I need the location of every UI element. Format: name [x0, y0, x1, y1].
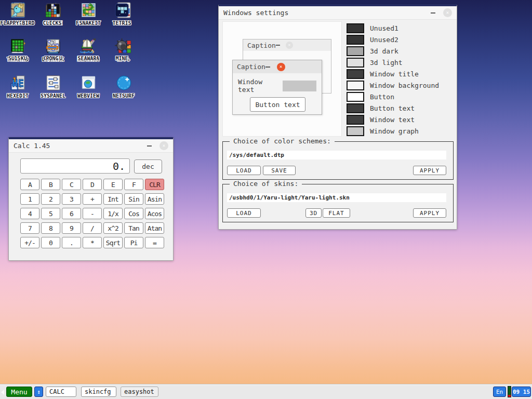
settings-titlebar[interactable]: Windows settings ✕	[219, 6, 457, 20]
color-item-label: Unused2	[370, 36, 398, 44]
color-item-row[interactable]: Window title	[347, 68, 439, 79]
calc-key-e[interactable]: E	[103, 179, 123, 190]
seawar-icon	[78, 37, 96, 54]
calc-key-asin[interactable]: Asin	[145, 193, 164, 205]
taskbar-hide-arrow-icon[interactable]	[1, 390, 4, 395]
calc-key-sqrt[interactable]: Sqrt	[103, 237, 123, 248]
calc-key-1/x[interactable]: 1/x	[103, 208, 123, 219]
language-indicator[interactable]: En	[493, 387, 506, 397]
calc-key-int[interactable]: Int	[103, 193, 123, 205]
color-item-label: Window background	[370, 82, 439, 89]
color-item-row[interactable]: Unused1	[347, 22, 439, 34]
color-item-row[interactable]: Button	[347, 91, 439, 102]
calc-key-a[interactable]: A	[20, 179, 39, 190]
calc-key-d[interactable]: D	[83, 179, 102, 190]
desktop-icon-label: WEBVIEW	[77, 93, 99, 99]
desktop-icon-hexedit[interactable]: HEHEXEDIT	[0, 73, 35, 109]
task-button-easyshot[interactable]: easyshot	[121, 387, 158, 397]
desktop-icon-seawar[interactable]: SEAWAR	[70, 35, 104, 71]
calc-key-=[interactable]: =	[145, 237, 164, 248]
calc-titlebar[interactable]: Calc 1.45 ✕	[9, 139, 173, 153]
color-item-row[interactable]: Button text	[347, 102, 439, 114]
color-swatch	[347, 69, 364, 79]
calc-key-tan[interactable]: Tan	[124, 222, 143, 234]
calc-key-4[interactable]: 4	[20, 208, 39, 219]
window-list-button[interactable]: ↕	[34, 387, 43, 397]
calc-key-+[interactable]: +	[83, 193, 102, 205]
calc-key-.[interactable]: .	[62, 237, 81, 248]
scheme-apply-button[interactable]: APPLY	[413, 166, 446, 175]
flappy-icon	[9, 2, 26, 19]
desktop-icon-snake[interactable]: SNAKE	[70, 0, 104, 35]
color-item-row[interactable]: Window background	[347, 79, 439, 91]
desktop-icon-mine[interactable]: MINE	[104, 35, 139, 71]
calc-key-pi[interactable]: Pi	[124, 237, 143, 248]
calc-key-clr[interactable]: CLR	[145, 179, 164, 190]
skin-3d-button[interactable]: 3D	[305, 208, 322, 218]
color-item-row[interactable]: Window graph	[347, 125, 439, 137]
calc-key-sin[interactable]: Sin	[124, 193, 143, 205]
desktop-icon-flappy[interactable]: FLAPPY-BIRD	[0, 0, 35, 35]
calc-key-0[interactable]: 0	[41, 237, 60, 248]
calc-key-cos[interactable]: Cos	[124, 208, 143, 219]
scheme-path-input[interactable]	[227, 151, 446, 159]
desktop-icon-label: SEAWAR	[77, 56, 96, 61]
calc-key-9[interactable]: 9	[62, 222, 81, 234]
desktop-icon-game15[interactable]: 15	[0, 35, 35, 71]
calc-key-1[interactable]: 1	[20, 193, 39, 205]
calc-key-7[interactable]: 7	[20, 222, 39, 234]
desktop-icon-webview[interactable]: WEBVIEW	[71, 73, 106, 109]
desktop-icon-syspanel[interactable]: SYSPANEL	[35, 73, 71, 109]
menu-button[interactable]: Menu	[6, 387, 32, 397]
cpu-usage-indicator[interactable]	[508, 386, 511, 397]
task-button-calc[interactable]: CALC	[46, 387, 76, 397]
desktop-icon-pong[interactable]: PONG	[35, 35, 70, 71]
desktop-icon-netsurf[interactable]: NETSURF	[106, 73, 141, 109]
scheme-load-button[interactable]: LOAD	[227, 166, 261, 175]
calc-key-atan[interactable]: Atan	[145, 222, 164, 234]
calc-mode-button[interactable]: dec	[134, 159, 162, 174]
color-item-row[interactable]: Window text	[347, 114, 439, 125]
preview-minimize-icon	[265, 66, 270, 68]
calc-key--[interactable]: -	[83, 208, 102, 219]
calc-key-x^2[interactable]: x^2	[103, 222, 123, 234]
calc-key-3[interactable]: 3	[62, 193, 81, 205]
skin-path-input[interactable]	[227, 193, 446, 202]
calc-display[interactable]: 0.	[20, 158, 130, 174]
color-schemes-group-title: Choice of color schemes:	[230, 137, 335, 145]
color-item-row[interactable]: 3d dark	[347, 45, 439, 57]
color-item-row[interactable]: 3d light	[347, 57, 439, 68]
minimize-button[interactable]	[431, 12, 435, 14]
calc-key-2[interactable]: 2	[41, 193, 60, 205]
color-item-label: Window text	[370, 116, 415, 124]
skin-flat-button[interactable]: FLAT	[323, 208, 350, 218]
clock[interactable]: 09 15	[512, 387, 531, 397]
desktop-icon-clicks[interactable]: CLICKS	[35, 0, 70, 35]
desktop-icon-label: FLAPPY-BIRD	[0, 20, 34, 26]
calc-key-f[interactable]: F	[124, 179, 143, 190]
calc-key-5[interactable]: 5	[41, 208, 60, 219]
snake-icon	[78, 2, 96, 19]
skin-apply-button[interactable]: APPLY	[413, 208, 446, 218]
color-schemes-group: Choice of color schemes: LOAD SAVE APPLY	[222, 141, 454, 180]
scheme-save-button[interactable]: SAVE	[263, 166, 296, 175]
task-button-skincfg[interactable]: skincfg	[81, 387, 116, 397]
calc-key-/[interactable]: /	[83, 222, 102, 234]
desktop-icon-label: SYSPANEL	[41, 93, 65, 99]
calc-key-*[interactable]: *	[83, 237, 102, 248]
close-icon[interactable]: ✕	[159, 141, 168, 150]
game15-icon	[9, 37, 26, 54]
color-item-row[interactable]: Unused2	[347, 34, 439, 45]
webview-icon	[80, 74, 97, 91]
netsurf-icon	[115, 74, 132, 91]
calc-key-c[interactable]: C	[62, 179, 81, 190]
skin-load-button[interactable]: LOAD	[227, 208, 261, 218]
calc-key-acos[interactable]: Acos	[145, 208, 164, 219]
calc-key-+/-[interactable]: +/-	[20, 237, 39, 248]
calc-key-8[interactable]: 8	[41, 222, 60, 234]
calc-key-b[interactable]: B	[41, 179, 60, 190]
calc-key-6[interactable]: 6	[62, 208, 81, 219]
desktop-icon-tetris[interactable]: TETRIS	[104, 0, 139, 35]
close-icon[interactable]: ✕	[443, 8, 452, 17]
minimize-button[interactable]	[147, 145, 152, 147]
